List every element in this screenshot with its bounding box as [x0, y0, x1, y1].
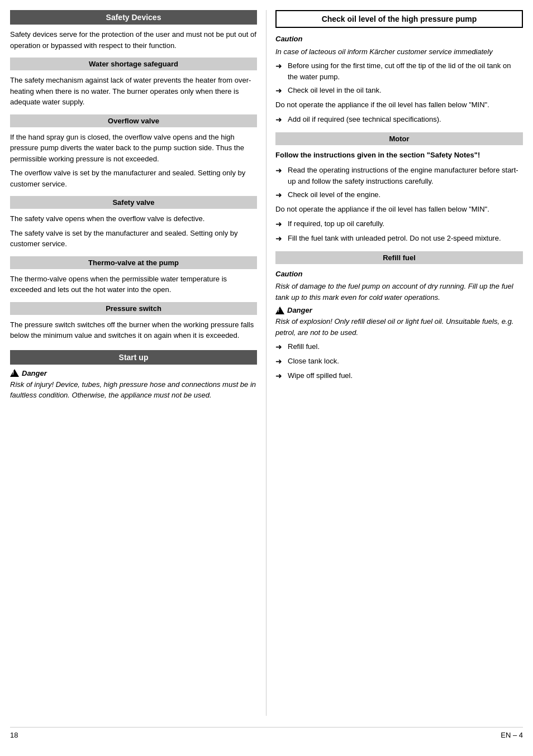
- safety-valve-header: Safety valve: [10, 196, 257, 209]
- refill-danger-label: Danger: [275, 306, 523, 314]
- arrow-icon-10: ➜: [275, 370, 285, 382]
- motor-mid-text: Do not operate the appliance if the oil …: [275, 204, 523, 215]
- danger-triangle-icon: [10, 369, 19, 377]
- check-oil-pump-header: Check oil level of the high pressure pum…: [275, 10, 523, 28]
- arrow-icon-5: ➜: [275, 189, 285, 201]
- startup-danger-body: Risk of injury! Device, tubes, high pres…: [10, 379, 257, 401]
- refill-arrow-1-text: Refill fuel.: [288, 341, 523, 353]
- check-oil-arrow-3: ➜ Add oil if required (see technical spe…: [275, 114, 523, 126]
- motor-arrow-4-text: Fill the fuel tank with unleaded petrol.…: [288, 233, 523, 245]
- overflow-valve-text1: If the hand spray gun is closed, the ove…: [10, 132, 257, 165]
- startup-danger-text: Danger: [22, 369, 47, 377]
- refill-arrow-3-text: Wipe off spilled fuel.: [288, 370, 523, 382]
- overflow-valve-header: Overflow valve: [10, 114, 257, 127]
- check-oil-arrow-2: ➜ Check oil level in the oil tank.: [275, 85, 523, 97]
- right-column: Check oil level of the high pressure pum…: [266, 10, 523, 716]
- arrow-icon-3: ➜: [275, 114, 285, 126]
- pressure-switch-text: The pressure switch switches off the bur…: [10, 319, 257, 341]
- safety-devices-intro: Safety devices serve for the protection …: [10, 29, 257, 51]
- check-oil-arrow-1-text: Before using for the first time, cut off…: [288, 60, 523, 82]
- refill-danger-body: Risk of explosion! Only refill diesel oi…: [275, 316, 523, 338]
- refill-fuel-header: Refill fuel: [275, 251, 523, 264]
- pressure-switch-header: Pressure switch: [10, 302, 257, 315]
- motor-arrow-2-text: Check oil level of the engine.: [288, 189, 523, 201]
- check-oil-arrow-3-text: Add oil if required (see technical speci…: [288, 114, 523, 126]
- page-number: 18: [10, 731, 18, 739]
- arrow-icon-4: ➜: [275, 165, 285, 186]
- arrow-icon-6: ➜: [275, 218, 285, 230]
- thermo-valve-text: The thermo-valve opens when the permissi…: [10, 274, 257, 295]
- safety-valve-text1: The safety valve opens when the overflow…: [10, 213, 257, 224]
- refill-arrow-1: ➜ Refill fuel.: [275, 341, 523, 353]
- arrow-icon-8: ➜: [275, 341, 285, 353]
- safety-devices-header: Safety Devices: [10, 10, 257, 25]
- safety-valve-text2: The safety valve is set by the manufactu…: [10, 228, 257, 250]
- arrow-icon-7: ➜: [275, 233, 285, 245]
- motor-arrow-1: ➜ Read the operating instructions of the…: [275, 165, 523, 186]
- check-oil-caution-label: Caution: [275, 34, 523, 45]
- page: Safety Devices Safety devices serve for …: [0, 0, 533, 756]
- motor-arrow-3: ➜ If required, top up oil carefully.: [275, 218, 523, 230]
- motor-arrow-4: ➜ Fill the fuel tank with unleaded petro…: [275, 233, 523, 245]
- motor-arrow-3-text: If required, top up oil carefully.: [288, 218, 523, 230]
- danger-triangle-icon-2: [275, 307, 284, 314]
- motor-bold-text: Follow the instructions given in the sec…: [275, 150, 523, 161]
- motor-arrow-2: ➜ Check oil level of the engine.: [275, 189, 523, 201]
- refill-danger-text: Danger: [287, 306, 312, 314]
- motor-arrow-1-text: Read the operating instructions of the e…: [288, 165, 523, 186]
- check-oil-arrow-1: ➜ Before using for the first time, cut o…: [275, 60, 523, 82]
- left-column: Safety Devices Safety devices serve for …: [10, 10, 266, 716]
- refill-caution-text: Risk of damage to the fuel pump on accou…: [275, 281, 523, 303]
- start-up-header: Start up: [10, 350, 257, 365]
- refill-arrow-2: ➜ Close tank lock.: [275, 356, 523, 367]
- check-oil-caution-text: In case of lacteous oil inform Kärcher c…: [275, 46, 523, 58]
- water-shortage-text: The safety mechanism against lack of wat…: [10, 75, 257, 108]
- refill-arrow-2-text: Close tank lock.: [288, 356, 523, 367]
- overflow-valve-text2: The overflow valve is set by the manufac…: [10, 168, 257, 189]
- arrow-icon-1: ➜: [275, 60, 285, 82]
- lang-code: EN – 4: [501, 731, 523, 739]
- arrow-icon-9: ➜: [275, 356, 285, 367]
- startup-danger-label: Danger: [10, 369, 257, 377]
- refill-caution-label: Caution: [275, 269, 523, 280]
- refill-arrow-3: ➜ Wipe off spilled fuel.: [275, 370, 523, 382]
- arrow-icon-2: ➜: [275, 85, 285, 97]
- water-shortage-header: Water shortage safeguard: [10, 58, 257, 70]
- two-column-layout: Safety Devices Safety devices serve for …: [10, 10, 523, 716]
- check-oil-arrow-2-text: Check oil level in the oil tank.: [288, 85, 523, 97]
- motor-header: Motor: [275, 132, 523, 145]
- thermo-valve-header: Thermo-valve at the pump: [10, 256, 257, 269]
- page-footer: 18 EN – 4: [10, 727, 523, 739]
- check-oil-mid-text: Do not operate the appliance if the oil …: [275, 99, 523, 111]
